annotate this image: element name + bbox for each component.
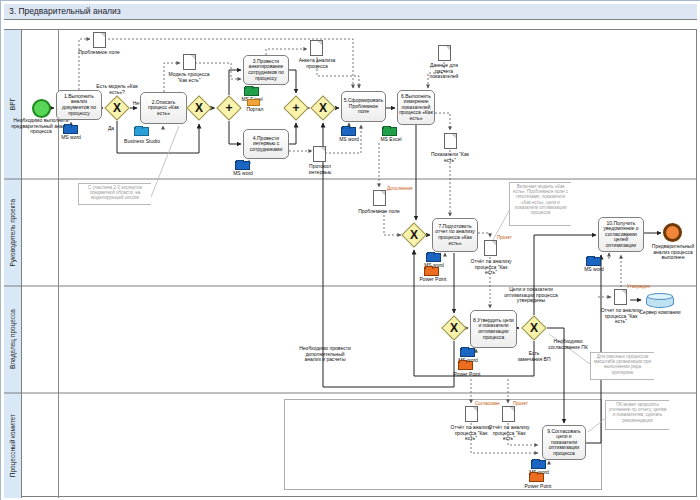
flow-label-yes: Да bbox=[105, 126, 117, 132]
flow-label-pc-needed: Необходимо согласование ПК bbox=[547, 339, 589, 350]
gateway-3-glyph: + bbox=[221, 100, 237, 116]
doc-problem-field-2-label: Проблемное поле bbox=[356, 209, 402, 215]
doc-tag-draft-2: Проект bbox=[513, 401, 528, 406]
doc-tag-draft: Проект bbox=[497, 235, 512, 240]
task-7[interactable]: 7.Подготовить отчет по анализу процесса … bbox=[432, 218, 478, 252]
task-6[interactable]: 6.Выполнить измерение показателей процес… bbox=[397, 90, 435, 125]
power-point-label: Power Point bbox=[413, 277, 453, 283]
ms-word-icon[interactable] bbox=[63, 125, 78, 134]
doc-problem-field-icon[interactable] bbox=[93, 32, 106, 48]
doc-report-draft-2-label: Отчёт по анализу процесса "Как есть" bbox=[487, 425, 531, 442]
task-3[interactable]: 3.Провести анкетирование сотрудников по … bbox=[243, 55, 289, 85]
business-studio-icon[interactable] bbox=[134, 127, 149, 136]
power-point-label: Power Point bbox=[447, 372, 487, 378]
task-4-label: 4.Провести интервью с сотрудниками bbox=[245, 136, 287, 153]
doc-report-approved-label: Отчет по анализу процесса "Как есть" bbox=[599, 308, 643, 325]
doc-report-draft-icon[interactable] bbox=[484, 240, 497, 256]
flow-label-more-analysis: Необходимо провести дополнительный анали… bbox=[297, 346, 353, 363]
task-8-label: 8.Утвердить цели и показатели оптимизаци… bbox=[472, 318, 515, 340]
gateway-1-glyph: X bbox=[109, 100, 125, 116]
doc-as-is-model-icon[interactable] bbox=[183, 54, 196, 70]
ms-word-label: MS word bbox=[55, 135, 87, 141]
ms-excel-label: MS Excel bbox=[375, 137, 407, 143]
start-event-label: Необходимо выполнить предварительный ана… bbox=[11, 118, 71, 135]
doc-problem-field-2-icon[interactable] bbox=[373, 190, 386, 206]
task-6-label: 6.Выполнить измерение показателей процес… bbox=[399, 94, 433, 122]
doc-report-draft-2-icon[interactable] bbox=[502, 406, 515, 422]
task-4[interactable]: 4.Провести интервью с сотрудниками bbox=[243, 129, 289, 159]
ms-word-icon[interactable] bbox=[426, 253, 441, 262]
power-point-icon[interactable] bbox=[529, 473, 544, 482]
portal-label: Портал bbox=[241, 107, 269, 113]
task-8[interactable]: 8.Утвердить цели и показатели оптимизаци… bbox=[470, 310, 517, 348]
doc-tag-agreed: Согласован bbox=[475, 401, 500, 406]
portal-icon[interactable] bbox=[247, 99, 260, 106]
annotation-cross-processes: Для сквозных процессов масштаба организа… bbox=[590, 352, 654, 380]
gateway-4-glyph: + bbox=[288, 100, 304, 116]
doc-questionnaire-icon[interactable] bbox=[310, 40, 323, 56]
task-2-label: 2.Описать процесс «Как есть» bbox=[142, 100, 185, 117]
doc-report-agreed-icon[interactable] bbox=[465, 406, 478, 422]
power-point-label: Power Point bbox=[518, 484, 558, 490]
end-event[interactable] bbox=[663, 223, 682, 242]
ms-word-icon[interactable] bbox=[235, 161, 250, 170]
task-5-label: 5.Сформировать Проблемное поле bbox=[343, 98, 384, 115]
ms-word-icon[interactable] bbox=[586, 257, 601, 266]
ms-word-label: MS word bbox=[333, 137, 365, 143]
power-point-icon[interactable] bbox=[458, 361, 473, 370]
power-point-icon[interactable] bbox=[424, 267, 439, 276]
doc-report-draft-label: Отчёт по анализу процесса "Как есть" bbox=[469, 259, 513, 276]
doc-indicator-data-label: Данные для расчета показателей bbox=[421, 63, 467, 80]
gateway-2-glyph: X bbox=[191, 100, 207, 116]
task-3-label: 3.Провести анкетирование сотрудников по … bbox=[245, 59, 287, 81]
flow-label-approved: Цели и показатели оптимизации процесса у… bbox=[497, 287, 565, 304]
doc-tag-additions: Дополнения bbox=[387, 186, 413, 191]
connector-layer bbox=[1, 1, 700, 500]
doc-as-is-model-label: Модель процесса "Как есть" bbox=[167, 72, 211, 83]
doc-problem-field-label: Проблемное поле bbox=[75, 50, 123, 56]
ms-excel-icon[interactable] bbox=[382, 127, 397, 136]
doc-as-is-indicators-icon[interactable] bbox=[444, 133, 457, 149]
company-server-datastore[interactable] bbox=[646, 294, 674, 308]
doc-tag-approved: Утвержден bbox=[627, 284, 650, 289]
annotation-experts: С участием 2-3 экспертов предметной обла… bbox=[78, 183, 151, 205]
doc-interview-protocol-label: Протокол интервью bbox=[298, 164, 342, 175]
start-event[interactable] bbox=[32, 99, 51, 118]
ms-word-icon[interactable] bbox=[531, 460, 546, 469]
doc-questionnaire-label: Анкета анализа процесса bbox=[293, 58, 341, 69]
gateway-7-glyph: X bbox=[446, 320, 462, 336]
task-9-label: 9.Согласовать цели и показатели оптимиза… bbox=[544, 429, 584, 457]
doc-indicator-data-icon[interactable] bbox=[438, 45, 451, 61]
business-studio-label: Business Studio bbox=[121, 139, 163, 145]
bpmn-diagram-canvas: 3. Предварительный анализ ВРГ Руководите… bbox=[0, 0, 700, 500]
gateway-1-question: Есть модель «Как есть»? bbox=[91, 84, 143, 95]
annotation-pc-may-request: ПК может запросить уточнение по отчету, … bbox=[605, 400, 669, 430]
task-7-label: 7.Подготовить отчет по анализу процесса … bbox=[434, 224, 476, 246]
company-server-label: Сервер компании bbox=[639, 310, 681, 316]
doc-interview-protocol-icon[interactable] bbox=[313, 146, 326, 162]
flow-label-vp-remarks: Есть замечания ВП bbox=[516, 351, 552, 362]
task-2[interactable]: 2.Описать процесс «Как есть» bbox=[140, 92, 187, 124]
gateway-5-glyph: X bbox=[315, 100, 331, 116]
task-9[interactable]: 9.Согласовать цели и показатели оптимиза… bbox=[542, 425, 586, 460]
end-event-label: Предварительный анализ процесса выполнен bbox=[645, 244, 700, 261]
ms-word-icon[interactable] bbox=[460, 348, 475, 357]
task-1-label: 1.Выполнить анализ документов по процесс… bbox=[58, 94, 100, 116]
ms-word-icon[interactable] bbox=[341, 127, 356, 136]
doc-report-approved-icon[interactable] bbox=[614, 289, 627, 305]
annotation-report-contents: Включает модель «Как есть», Проблемное п… bbox=[509, 182, 571, 226]
gateway-8-glyph: X bbox=[526, 320, 542, 336]
task-10-label: 10.Получить уведомление о согласовании ц… bbox=[600, 221, 642, 249]
ms-word-label: MS word bbox=[227, 171, 259, 177]
gateway-6-glyph: X bbox=[406, 227, 422, 243]
task-10[interactable]: 10.Получить уведомление о согласовании ц… bbox=[598, 217, 644, 252]
ms-excel-icon[interactable] bbox=[244, 87, 259, 96]
ms-word-label: MS word bbox=[578, 267, 610, 273]
task-5[interactable]: 5.Сформировать Проблемное поле bbox=[341, 91, 386, 122]
doc-as-is-indicators-label: Показатели "Как есть" bbox=[427, 152, 473, 163]
